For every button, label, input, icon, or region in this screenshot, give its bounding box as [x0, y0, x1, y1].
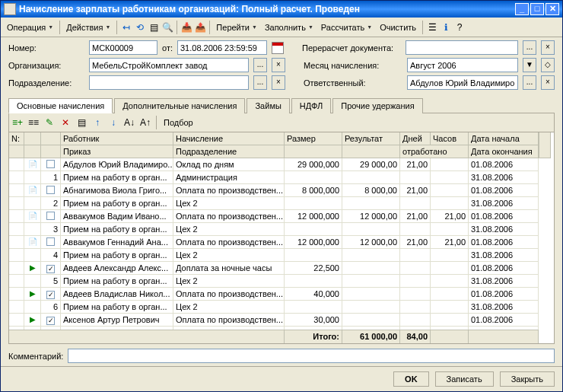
- table-row[interactable]: ▶Аксенов Артур ПетровичОплата по произво…: [9, 314, 554, 327]
- cell-hours[interactable]: [431, 262, 469, 275]
- cell-subdiv[interactable]: Цех 2: [173, 275, 285, 288]
- cell-accrual[interactable]: Оклад по дням: [173, 158, 285, 171]
- row-checkbox[interactable]: [46, 186, 55, 194]
- cell-hours[interactable]: 21,00: [431, 210, 469, 223]
- col-order[interactable]: Приказ: [61, 145, 173, 158]
- row-checkbox[interactable]: [46, 291, 55, 299]
- cell-size[interactable]: 29 000,000: [285, 158, 342, 171]
- cell-subdiv[interactable]: Цех 2: [173, 197, 285, 210]
- subdiv-choose-button[interactable]: ...: [253, 75, 267, 90]
- tab-loans[interactable]: Займы: [247, 98, 289, 113]
- table-row[interactable]: 2Прием на работу в орган...Цех 231.08.20…: [9, 197, 554, 210]
- tab-other-deductions[interactable]: Прочие удержания: [332, 98, 422, 113]
- cell-result[interactable]: [342, 288, 400, 301]
- cell-worker[interactable]: Авдеев Александр Алекс...: [61, 262, 173, 275]
- table-row[interactable]: 3Прием на работу в орган...Цех 231.08.20…: [9, 223, 554, 236]
- cell-worker[interactable]: Аввакумов Вадим Ивано...: [61, 210, 173, 223]
- close-form-button[interactable]: Закрыть: [500, 371, 555, 387]
- cell-subdiv[interactable]: Цех 2: [173, 249, 285, 262]
- help-icon[interactable]: ?: [453, 21, 466, 33]
- end-edit-icon[interactable]: ▤: [75, 116, 88, 129]
- cell-accrual[interactable]: Оплата по производствен...: [173, 236, 285, 249]
- cell-date-from[interactable]: 01.08.2006: [469, 288, 539, 301]
- list-icon[interactable]: ▤: [148, 21, 160, 33]
- table-row[interactable]: 5Прием на работу в орган...Цех 231.08.20…: [9, 275, 554, 288]
- table-row[interactable]: 4Прием на работу в орган...Цех 231.08.20…: [9, 249, 554, 262]
- col-accrual[interactable]: Начисление: [173, 132, 285, 145]
- number-field[interactable]: [89, 40, 157, 55]
- col-subdiv[interactable]: Подразделение: [173, 145, 285, 158]
- calendar-icon[interactable]: [272, 42, 284, 54]
- save-button[interactable]: Записать: [435, 371, 494, 387]
- cell-date-to[interactable]: 31.08.2006: [469, 249, 539, 262]
- row-checkbox[interactable]: [46, 317, 55, 325]
- org-field[interactable]: [89, 58, 249, 72]
- tab-ndfl[interactable]: НДФЛ: [291, 98, 331, 113]
- cell-result[interactable]: 12 000,00: [342, 236, 400, 249]
- cell-days[interactable]: 21,00: [400, 236, 431, 249]
- table-row[interactable]: 📄Абнагимова Виола Григо...Оплата по прои…: [9, 184, 554, 197]
- col-result[interactable]: Результат: [342, 132, 400, 145]
- cell-hours[interactable]: [431, 314, 469, 327]
- row-checkbox[interactable]: [46, 265, 55, 273]
- cell-worker[interactable]: Абдулов Юрий Владимиро...: [61, 158, 173, 171]
- cell-days[interactable]: [400, 288, 431, 301]
- col-date-from[interactable]: Дата начала: [469, 132, 539, 145]
- date-field[interactable]: [177, 40, 267, 55]
- sort-asc-icon[interactable]: A↓: [122, 116, 136, 129]
- cell-worker[interactable]: Авдеев Владислав Никол...: [61, 288, 173, 301]
- cell-days[interactable]: [400, 314, 431, 327]
- cell-accrual[interactable]: Оплата по производствен...: [173, 288, 285, 301]
- responsible-field[interactable]: [407, 75, 518, 90]
- cell-order[interactable]: Прием на работу в орган...: [61, 275, 173, 288]
- menu-operation[interactable]: Операция▼: [4, 21, 56, 33]
- col-check[interactable]: [41, 132, 61, 145]
- org-clear-button[interactable]: ×: [272, 58, 285, 72]
- cell-subdiv[interactable]: Цех 2: [173, 301, 285, 314]
- seek-icon[interactable]: 🔍: [161, 21, 173, 33]
- cell-result[interactable]: [342, 314, 400, 327]
- table-row[interactable]: ▶Авдеев Владислав Никол...Оплата по прои…: [9, 288, 554, 301]
- cell-subdiv[interactable]: Администрация: [173, 171, 285, 184]
- unpost-icon[interactable]: 📤: [194, 21, 206, 33]
- cell-result[interactable]: 12 000,00: [342, 210, 400, 223]
- cell-hours[interactable]: [431, 184, 469, 197]
- select-button[interactable]: Подбор: [161, 116, 196, 129]
- row-checkbox[interactable]: [46, 237, 55, 246]
- cell-date-from[interactable]: 01.08.2006: [469, 184, 539, 197]
- menu-calc[interactable]: Рассчитать▼: [318, 21, 375, 33]
- cell-accrual[interactable]: Оплата по производствен...: [173, 210, 285, 223]
- cell-worker[interactable]: Аввакумов Геннадий Ана...: [61, 236, 173, 249]
- cell-order[interactable]: Прием на работу в орган...: [61, 249, 173, 262]
- subdiv-field[interactable]: [89, 75, 249, 90]
- cell-order[interactable]: Прием на работу в орган...: [61, 223, 173, 236]
- cell-result[interactable]: [342, 262, 400, 275]
- cell-worker[interactable]: Абнагимова Виола Григо...: [61, 184, 173, 197]
- cell-days[interactable]: 21,00: [400, 210, 431, 223]
- org-choose-button[interactable]: ...: [253, 58, 267, 72]
- cell-size[interactable]: 12 000,000: [285, 236, 342, 249]
- delete-row-icon[interactable]: ✕: [59, 116, 72, 129]
- cell-date-to[interactable]: 31.08.2006: [469, 301, 539, 314]
- recalc-choose-button[interactable]: ...: [523, 40, 536, 55]
- add-row-icon[interactable]: ≡+: [11, 116, 24, 129]
- cell-order[interactable]: Прием на работу в орган...: [61, 197, 173, 210]
- settings-icon[interactable]: ☰: [426, 21, 438, 33]
- cell-date-from[interactable]: 01.08.2006: [469, 236, 539, 249]
- tips-icon[interactable]: ℹ: [440, 21, 452, 33]
- cell-accrual[interactable]: Доплата за ночные часы: [173, 262, 285, 275]
- cell-date-from[interactable]: 01.08.2006: [469, 262, 539, 275]
- menu-clear[interactable]: Очистить: [377, 21, 419, 33]
- cell-subdiv[interactable]: Цех 2: [173, 223, 285, 236]
- recalc-clear-button[interactable]: ×: [541, 40, 555, 55]
- subdiv-clear-button[interactable]: ×: [272, 75, 285, 90]
- comment-field[interactable]: [68, 349, 555, 363]
- cell-date-to[interactable]: 31.08.2006: [469, 275, 539, 288]
- col-worked[interactable]: отработано: [400, 145, 469, 158]
- cell-worker[interactable]: Аксенов Артур Петрович: [61, 314, 173, 327]
- col-num[interactable]: N:: [9, 132, 24, 145]
- cell-hours[interactable]: [431, 158, 469, 171]
- col-date-to[interactable]: Дата окончания: [469, 145, 539, 158]
- col-size[interactable]: Размер: [285, 132, 342, 145]
- cell-order[interactable]: Прием на работу в орган...: [61, 301, 173, 314]
